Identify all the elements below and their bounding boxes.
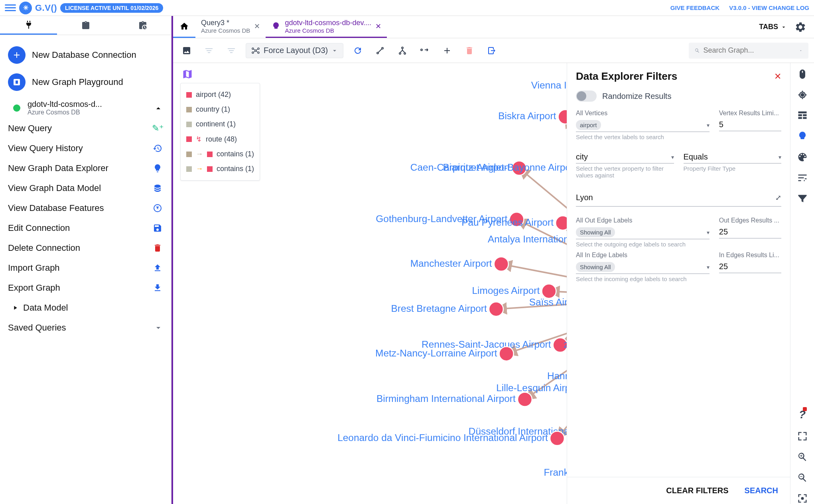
palette-icon[interactable] [797,152,808,163]
mouse-icon[interactable] [797,69,808,80]
graph-node[interactable] [489,302,503,316]
menu-icon[interactable] [5,2,16,14]
randomize-label: Randomize Results [602,92,671,101]
sidebar-item-data-explorer[interactable]: New Graph Data Explorer [6,158,166,178]
sidebar-item-new-query[interactable]: New Query ✎⁺ [6,118,166,138]
chevron-down-icon [331,47,338,54]
sidebar-item-import-graph[interactable]: Import Graph [6,258,166,278]
sidebar-item-delete-connection[interactable]: Delete Connection [6,238,166,258]
in-edges-select[interactable]: Showing All▾ [576,260,710,274]
fit-view-icon[interactable] [797,493,808,504]
upload-icon [152,263,163,273]
tab-query3[interactable]: Query3 * Azure Cosmos DB ✕ [195,16,266,38]
sidebar-item-saved-queries[interactable]: Saved Queries [6,318,166,338]
help-icon[interactable]: ? [799,408,806,421]
filter-explorer-icon[interactable] [797,131,808,142]
graph-node[interactable] [518,392,532,407]
layout-select[interactable]: Force Layout (D3) [246,43,343,58]
vertex-limit-input[interactable] [719,118,781,131]
add-button[interactable] [439,43,455,59]
graph-node[interactable] [509,212,524,226]
tab-home[interactable] [173,16,195,38]
new-db-connection-button[interactable]: New Database Connection [6,41,166,69]
tree-button[interactable] [394,43,410,59]
graph-icon [251,46,260,55]
out-limit-input[interactable] [719,226,781,238]
zoom-out-icon[interactable] [797,472,808,483]
sidebar-tab-history[interactable] [114,16,171,35]
delete-button [461,43,477,59]
search-graph-field[interactable] [703,46,796,55]
graph-node-label: Gothenburg-Landvetter Airport [376,213,507,224]
graph-node[interactable] [512,161,526,175]
edge-button[interactable] [417,43,433,59]
sliders-icon[interactable] [797,172,808,183]
vertex-property-select[interactable]: city▾ [576,151,674,163]
tab-data-explorer[interactable]: gdotv-ltd-cosmos-db-dev.... Azure Cosmos… [266,16,387,38]
legend-swatch [186,166,192,172]
search-graph-input[interactable] [689,43,808,59]
sidebar-item-edit-connection[interactable]: Edit Connection [6,218,166,238]
refresh-button[interactable] [350,43,366,59]
changelog-link[interactable]: V3.0.0 - VIEW CHANGE LOG [729,4,809,11]
connection-item[interactable]: gdotv-ltd-cosmos-d... Azure Cosmos DB [6,96,166,118]
property-filter-type-select[interactable]: Equals▾ [684,151,782,163]
sidebar: New Database Connection New Graph Playgr… [0,16,171,504]
field-help: Property Filter Type [684,165,782,172]
legend-label: country (1) [196,105,230,114]
tab-close-icon[interactable]: ✕ [375,22,381,31]
graph-node[interactable] [494,257,509,271]
sidebar-item-data-model-section[interactable]: Data Model [6,298,166,318]
tab-title: gdotv-ltd-cosmos-db-dev.... [285,19,371,27]
map-icon[interactable] [182,69,193,81]
new-db-connection-label: New Database Connection [32,50,136,60]
legend-swatch [186,92,192,98]
sidebar-item-label: View Database Features [8,203,104,213]
search-button[interactable]: SEARCH [745,486,778,495]
close-panel-icon[interactable]: ✕ [774,71,781,82]
sidebar-item-query-history[interactable]: View Query History [6,138,166,158]
table-icon[interactable] [797,110,808,121]
export-icon [487,46,497,55]
feedback-link[interactable]: GIVE FEEDBACK [670,4,719,11]
sidebar-item-data-model[interactable]: View Graph Data Model [6,178,166,198]
target-icon[interactable] [797,89,808,100]
randomize-toggle[interactable] [576,91,597,102]
out-edges-select[interactable]: Showing All▾ [576,226,710,239]
path-button[interactable] [372,43,388,59]
graph-node[interactable] [499,346,514,361]
graph-node[interactable] [542,284,556,298]
graph-node-label: Leonardo da Vinci-Fiumicino Internationa… [337,432,548,443]
graph-node[interactable] [550,431,564,445]
chip-icon [12,77,22,87]
tabs-dropdown-button[interactable]: TABS [759,23,787,31]
zoom-in-icon[interactable] [797,451,808,463]
new-playground-button[interactable]: New Graph Playground [6,69,166,96]
clear-filters-button[interactable]: CLEAR FILTERS [666,486,728,495]
legend-swatch [186,122,192,127]
vertex-labels-select[interactable]: airport ▾ [576,118,710,132]
legend-label: route (48) [206,135,237,144]
chevron-up-icon[interactable] [154,103,163,113]
filter-value-input[interactable] [576,191,775,204]
sidebar-item-label: View Graph Data Model [8,183,101,193]
legend-label: contains (1) [217,165,254,173]
funnel-icon[interactable] [797,193,808,204]
select-value: city [576,152,588,161]
expand-icon[interactable]: ⤢ [775,193,781,202]
connection-title: gdotv-ltd-cosmos-d... [28,100,139,109]
legend-swatch [207,152,213,157]
export-button[interactable] [484,43,500,59]
image-view-button[interactable] [179,43,195,59]
path-icon [375,46,385,55]
sidebar-item-db-features[interactable]: View Database Features [6,198,166,218]
connection-subtitle: Azure Cosmos DB [28,109,154,116]
fullscreen-icon[interactable] [797,431,808,442]
in-limit-input[interactable] [719,260,781,273]
tab-close-icon[interactable]: ✕ [254,22,260,31]
sidebar-tab-clipboard[interactable] [57,16,114,35]
caret-down-icon [780,24,787,30]
sidebar-tab-connections[interactable] [0,16,57,35]
settings-icon[interactable] [795,22,806,33]
sidebar-item-export-graph[interactable]: Export Graph [6,278,166,298]
